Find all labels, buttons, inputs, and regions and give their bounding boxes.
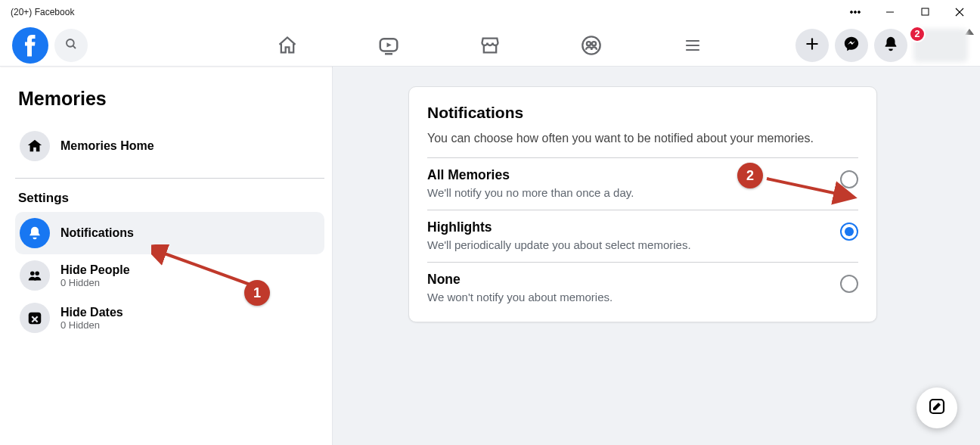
window-maximize-button[interactable] — [907, 0, 942, 24]
sidebar-section-settings: Settings — [18, 191, 324, 206]
window-minimize-button[interactable] — [873, 0, 907, 24]
page-title: Memories — [18, 88, 324, 110]
home-icon — [20, 131, 50, 161]
window-titlebar: (20+) Facebook — [0, 0, 980, 24]
divider — [15, 178, 324, 179]
bell-icon — [20, 218, 50, 248]
option-description: We won't notify you about memories. — [427, 291, 612, 303]
annotation-marker-2: 2 — [737, 163, 763, 188]
annotation-marker-1: 1 — [244, 280, 270, 306]
card-description: You can choose how often you want to be … — [427, 129, 858, 147]
svg-point-9 — [67, 39, 74, 47]
sidebar-item-hide-dates[interactable]: Hide Dates 0 Hidden — [15, 297, 324, 339]
sidebar-item-label: Notifications — [60, 226, 134, 240]
calendar-x-icon — [20, 303, 50, 333]
option-title: None — [427, 272, 612, 288]
nav-menu[interactable] — [676, 29, 709, 62]
svg-point-24 — [35, 272, 39, 276]
search-button[interactable] — [54, 29, 88, 62]
messenger-icon — [843, 36, 860, 55]
right-nav: 2 — [795, 29, 968, 62]
notification-badge: 2 — [909, 26, 926, 42]
option-description: We'll notify you no more than once a day… — [427, 186, 634, 199]
radio-none[interactable] — [840, 275, 858, 293]
people-icon — [20, 260, 50, 291]
svg-point-14 — [582, 36, 600, 54]
window-close-button[interactable] — [942, 0, 977, 24]
option-highlights[interactable]: Highlights We'll periodically update you… — [427, 210, 858, 262]
search-icon — [64, 37, 78, 54]
edit-icon — [928, 397, 946, 419]
annotation-arrow-2 — [762, 171, 861, 206]
sidebar-item-label: Memories Home — [60, 139, 154, 153]
sidebar-item-label: Hide Dates — [60, 306, 123, 319]
svg-point-15 — [587, 42, 591, 45]
create-button[interactable] — [795, 29, 829, 62]
compose-fab[interactable] — [916, 387, 957, 428]
facebook-logo[interactable] — [12, 27, 48, 64]
svg-line-32 — [767, 179, 851, 197]
option-description: We'll periodically update you about sele… — [427, 238, 691, 251]
option-title: Highlights — [427, 219, 691, 235]
svg-point-16 — [592, 42, 596, 45]
nav-marketplace[interactable] — [473, 29, 507, 62]
svg-point-0 — [851, 11, 853, 13]
svg-point-1 — [854, 11, 857, 13]
sidebar-item-label: Hide People — [60, 263, 130, 277]
window-title: (20+) Facebook — [11, 7, 74, 17]
svg-rect-4 — [922, 8, 929, 15]
svg-point-2 — [858, 11, 861, 13]
nav-groups[interactable] — [575, 29, 608, 62]
window-controls — [838, 0, 977, 24]
nav-home[interactable] — [271, 29, 304, 62]
svg-marker-12 — [387, 42, 392, 47]
bell-icon — [882, 36, 899, 55]
plus-icon — [805, 36, 820, 54]
top-nav: 2 — [0, 24, 980, 67]
main-content: Notifications You can choose how often y… — [333, 67, 980, 445]
option-title: All Memories — [427, 167, 634, 183]
page-body: Memories Memories Home Settings Notifica… — [0, 67, 980, 445]
nav-watch[interactable] — [372, 29, 405, 62]
account-avatar[interactable]: 2 — [913, 29, 968, 62]
card-title: Notifications — [427, 104, 858, 122]
option-none[interactable]: None We won't notify you about memories. — [427, 262, 858, 314]
sidebar-item-sublabel: 0 Hidden — [60, 319, 123, 331]
sidebar-item-sublabel: 0 Hidden — [60, 277, 130, 288]
radio-highlights[interactable] — [840, 222, 858, 241]
svg-line-10 — [73, 45, 76, 48]
svg-point-23 — [30, 272, 35, 276]
sidebar-item-memories-home[interactable]: Memories Home — [15, 125, 324, 167]
notifications-button[interactable] — [874, 29, 907, 62]
messenger-button[interactable] — [835, 29, 868, 62]
window-more-button[interactable] — [838, 0, 873, 24]
